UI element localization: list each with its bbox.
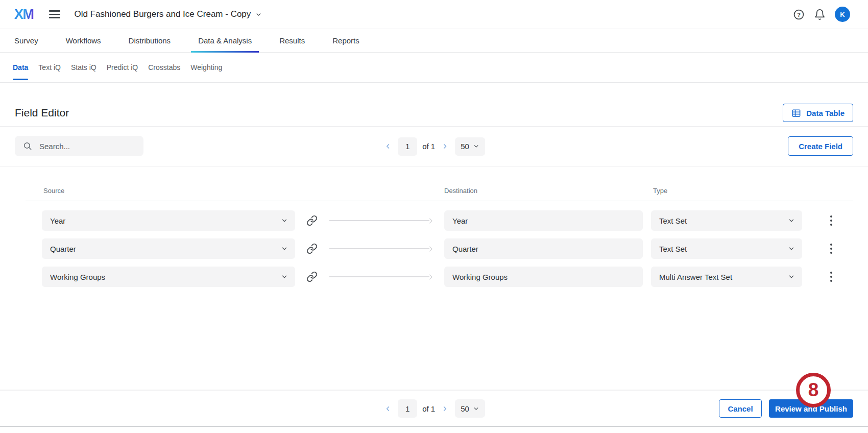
subtab-stats-iq[interactable]: Stats iQ (71, 53, 97, 82)
subtab-weighting[interactable]: Weighting (190, 53, 222, 82)
chevron-down-icon (788, 273, 795, 280)
destination-field-value: Year (452, 216, 468, 225)
xm-logo[interactable]: XM (14, 7, 34, 22)
data-analysis-subnav: Data Text iQ Stats iQ Predict iQ Crossta… (0, 53, 868, 83)
type-dropdown[interactable]: Multi Answer Text Set (651, 267, 802, 287)
create-field-button[interactable]: Create Field (788, 136, 853, 156)
project-nav: Survey Workflows Distributions Data & An… (0, 29, 868, 53)
project-title: Old Fashioned Burgers and Ice Cream - Co… (75, 9, 251, 19)
field-rows: Year Year Text Set Quarter (0, 201, 868, 287)
source-field-dropdown[interactable]: Quarter (42, 238, 295, 259)
source-field-dropdown[interactable]: Year (42, 210, 295, 231)
link-icon (306, 215, 318, 226)
footer-bar: 1 of 1 50 Cancel Review and Publish 8 (0, 390, 868, 427)
tab-workflows[interactable]: Workflows (59, 29, 108, 52)
pagination-bottom: 1 of 1 50 (383, 399, 485, 418)
type-dropdown[interactable]: Text Set (651, 238, 802, 259)
tab-results[interactable]: Results (272, 29, 312, 52)
type-value: Multi Answer Text Set (659, 273, 732, 281)
destination-field: Year (444, 210, 643, 231)
top-bar: XM Old Fashioned Burgers and Ice Cream -… (0, 0, 868, 29)
svg-text:?: ? (797, 11, 801, 17)
chevron-down-icon (281, 273, 288, 280)
destination-field-value: Working Groups (452, 273, 508, 281)
empty-area (0, 295, 868, 390)
page-size-dropdown[interactable]: 50 (455, 137, 485, 156)
avatar[interactable]: K (835, 7, 850, 22)
avatar-initial: K (840, 11, 845, 18)
source-field-value: Working Groups (50, 273, 105, 281)
field-row-working-groups: Working Groups Working Groups Multi Answ… (0, 267, 868, 287)
link-icon (306, 271, 318, 282)
page-title: Field Editor (15, 107, 69, 119)
bell-icon[interactable] (814, 9, 826, 20)
subtab-predict-iq[interactable]: Predict iQ (107, 53, 138, 82)
chevron-down-icon (473, 143, 479, 150)
page-size-dropdown[interactable]: 50 (455, 399, 485, 418)
chevron-down-icon (788, 245, 795, 252)
annotation-step-badge: 8 (796, 373, 831, 407)
next-page-button[interactable] (440, 404, 450, 414)
help-icon[interactable]: ? (793, 9, 805, 20)
source-field-dropdown[interactable]: Working Groups (42, 267, 295, 287)
search-icon (23, 141, 32, 151)
tab-survey[interactable]: Survey (7, 29, 45, 52)
field-row-quarter: Quarter Quarter Text Set (0, 238, 868, 259)
column-header-type: Type (653, 187, 667, 195)
tab-reports[interactable]: Reports (325, 29, 367, 52)
tab-distributions[interactable]: Distributions (122, 29, 178, 52)
table-header-row: Source Destination Type (0, 166, 868, 201)
source-field-value: Year (50, 216, 65, 225)
column-header-source: Source (43, 187, 64, 195)
tab-data-analysis[interactable]: Data & Analysis (191, 29, 259, 52)
project-title-dropdown[interactable]: Old Fashioned Burgers and Ice Cream - Co… (75, 9, 262, 19)
chevron-down-icon (281, 217, 288, 224)
row-kebab-menu-button[interactable] (824, 213, 838, 228)
type-dropdown[interactable]: Text Set (651, 210, 802, 231)
subtab-crosstabs[interactable]: Crosstabs (148, 53, 180, 82)
menu-icon[interactable] (49, 8, 60, 20)
subtab-data[interactable]: Data (13, 53, 28, 82)
prev-page-button[interactable] (383, 404, 393, 414)
mapping-arrow (329, 238, 435, 259)
current-page-box[interactable]: 1 (398, 137, 417, 156)
page-size-value: 50 (461, 142, 469, 151)
type-value: Text Set (659, 216, 687, 225)
subtab-text-iq[interactable]: Text iQ (38, 53, 61, 82)
cancel-button[interactable]: Cancel (719, 399, 762, 418)
table-icon (791, 108, 801, 118)
chevron-down-icon (473, 405, 479, 412)
page-size-value: 50 (461, 404, 469, 413)
chevron-down-icon (281, 245, 288, 252)
page-count-label: of 1 (422, 142, 435, 151)
search-box[interactable] (15, 136, 143, 156)
current-page-box[interactable]: 1 (398, 399, 417, 418)
page-count-label: of 1 (422, 404, 435, 413)
mapping-arrow (329, 267, 435, 287)
chevron-down-icon (788, 217, 795, 224)
row-kebab-menu-button[interactable] (824, 241, 838, 256)
row-kebab-menu-button[interactable] (824, 269, 838, 284)
destination-field: Quarter (444, 238, 643, 259)
data-table-button-label: Data Table (806, 109, 845, 117)
data-table-button[interactable]: Data Table (783, 104, 853, 122)
type-value: Text Set (659, 245, 687, 253)
chevron-down-icon (255, 11, 262, 18)
destination-field: Working Groups (444, 267, 643, 287)
next-page-button[interactable] (440, 141, 450, 151)
column-header-destination: Destination (444, 187, 477, 195)
field-editor-panel: Field Editor Data Table 1 of 1 5 (0, 83, 868, 390)
destination-field-value: Quarter (452, 245, 478, 253)
table-controls-row: 1 of 1 50 Create Field (0, 127, 868, 166)
prev-page-button[interactable] (383, 141, 393, 151)
field-row-year: Year Year Text Set (0, 210, 868, 231)
link-icon (306, 243, 318, 254)
source-field-value: Quarter (50, 245, 76, 253)
search-input[interactable] (38, 141, 137, 151)
pagination-top: 1 of 1 50 (383, 137, 485, 156)
mapping-arrow (329, 210, 435, 231)
